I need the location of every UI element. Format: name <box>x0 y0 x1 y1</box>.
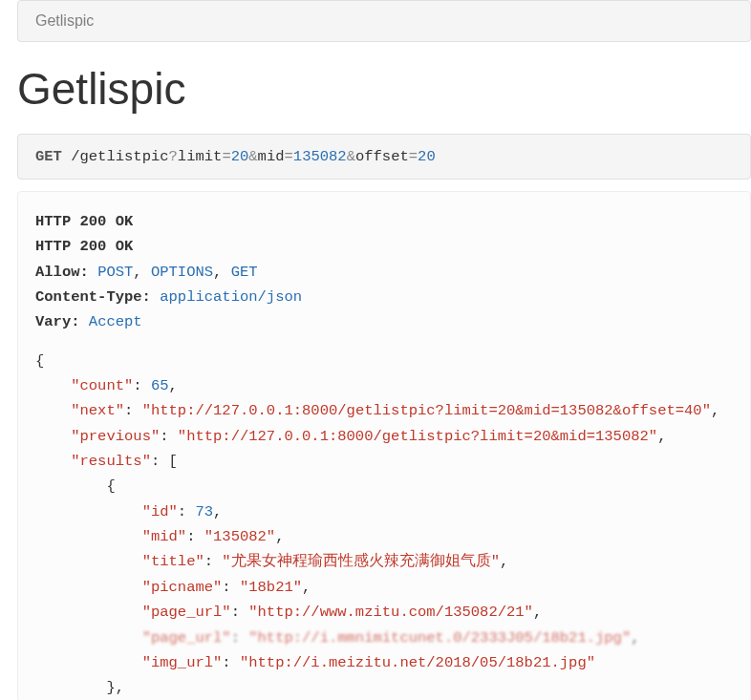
comma: , <box>302 579 311 596</box>
brace-open: { <box>35 352 44 370</box>
colon: : <box>231 604 249 621</box>
json-val-id: 73 <box>195 503 213 520</box>
vary-label: Vary: <box>35 313 80 330</box>
breadcrumb: Getlispic <box>17 0 751 42</box>
status-line: HTTP 200 OK <box>35 209 733 234</box>
colon: : <box>222 654 240 671</box>
colon: : <box>160 428 178 445</box>
vary-value: Accept <box>89 313 142 330</box>
allow-value-1: OPTIONS <box>151 264 213 281</box>
equals: = <box>285 148 293 165</box>
comma: , <box>657 428 666 445</box>
content-type-label: Content-Type: <box>35 288 151 306</box>
json-row-obscured: "page_url": "http://i.mmnimitcunet.0/233… <box>142 629 640 647</box>
json-key-mid: "mid" <box>142 528 187 545</box>
equals: = <box>222 148 230 165</box>
comma: , <box>116 679 124 696</box>
json-key-previous: "previous" <box>71 428 160 445</box>
json-val-mid: "135082" <box>204 528 275 545</box>
colon: : <box>231 629 249 647</box>
comma: , <box>213 264 231 281</box>
allow-value-0: POST <box>97 264 133 281</box>
ampersand: & <box>347 148 355 165</box>
ampersand: & <box>248 148 257 165</box>
colon: : <box>186 528 204 545</box>
comma: , <box>631 629 639 647</box>
json-body: { "count": 65, "next": "http://127.0.0.1… <box>35 349 733 700</box>
json-key-picname: "picname" <box>142 579 223 596</box>
status-line: HTTP 200 OK <box>35 234 733 259</box>
colon: : <box>222 579 240 596</box>
comma: , <box>533 604 542 621</box>
param-val-limit: 20 <box>231 148 249 165</box>
allow-label: Allow: <box>35 264 89 281</box>
request-path: /getlistpic <box>71 148 168 165</box>
json-key-results: "results" <box>71 453 151 470</box>
json-key-img-url: "img_url" <box>142 654 223 671</box>
request-line: GET /getlistpic?limit=20&mid=135082&offs… <box>17 134 751 180</box>
param-val-offset: 20 <box>418 148 436 165</box>
brace-open: { <box>106 477 115 495</box>
colon: : <box>133 377 151 394</box>
colon: : <box>204 553 223 570</box>
header-content-type: Content-Type: application/json <box>35 285 733 309</box>
header-vary: Vary: Accept <box>35 309 733 334</box>
param-val-mid: 135082 <box>293 148 347 165</box>
json-val-count: 65 <box>151 377 169 394</box>
param-name-offset: offset <box>355 148 409 165</box>
json-val-img-url: "http://i.meizitu.net/2018/05/18b21.jpg" <box>240 654 595 671</box>
comma: , <box>169 377 178 394</box>
json-key-count: "count" <box>71 377 133 394</box>
json-key-id: "id" <box>142 503 178 520</box>
brace-close: } <box>106 679 115 696</box>
comma: , <box>711 402 719 419</box>
json-val-previous: "http://127.0.0.1:8000/getlistpic?limit=… <box>178 428 657 445</box>
comma: , <box>275 528 284 545</box>
json-val-obscured: "http://i.mmnimitcunet.0/2333J05/18b21.j… <box>248 629 631 647</box>
breadcrumb-item[interactable]: Getlispic <box>35 12 94 29</box>
colon: : <box>178 503 196 520</box>
json-val-next: "http://127.0.0.1:8000/getlistpic?limit=… <box>142 402 711 419</box>
header-allow: Allow: POST, OPTIONS, GET <box>35 260 733 285</box>
page-title: Getlispic <box>17 63 751 115</box>
json-val-title: "尤果女神程瑜西性感火辣充满御姐气质" <box>222 553 500 570</box>
json-key-next: "next" <box>71 402 124 419</box>
equals: = <box>409 148 418 165</box>
json-key-obscured: "page_url" <box>142 629 231 647</box>
json-key-page-url: "page_url" <box>142 604 231 621</box>
colon: : <box>124 402 142 419</box>
param-name-mid: mid <box>258 148 285 165</box>
comma: , <box>133 264 151 281</box>
question-mark: ? <box>169 148 178 165</box>
http-method: GET <box>35 148 62 165</box>
comma: , <box>213 503 222 520</box>
status-text-1: HTTP 200 OK <box>35 213 133 230</box>
json-val-page-url: "http://www.mzitu.com/135082/21" <box>248 604 533 621</box>
json-key-title: "title" <box>142 553 204 570</box>
content-type-value: application/json <box>160 288 302 306</box>
param-name-limit: limit <box>178 148 223 165</box>
comma: , <box>500 553 508 570</box>
status-text-2: HTTP 200 OK <box>35 238 133 255</box>
response-box: HTTP 200 OK HTTP 200 OK Allow: POST, OPT… <box>17 191 751 700</box>
allow-value-2: GET <box>231 264 258 281</box>
colon: : [ <box>151 453 178 470</box>
json-val-picname: "18b21" <box>240 579 302 596</box>
